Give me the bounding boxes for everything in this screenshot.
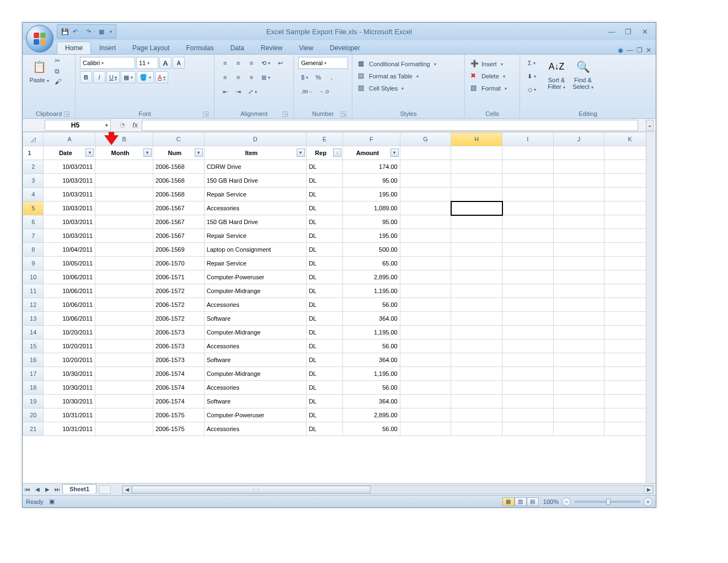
- redo-icon[interactable]: ↷: [84, 27, 93, 36]
- increase-decimal-button[interactable]: .00→: [298, 86, 316, 98]
- zoom-slider[interactable]: [574, 501, 640, 503]
- cell-C15[interactable]: 2006-1573: [153, 339, 204, 353]
- orientation-button[interactable]: ⟲: [259, 57, 273, 69]
- copy-icon[interactable]: ⧉: [55, 67, 63, 76]
- cell-D2[interactable]: CDRW Drive: [204, 160, 306, 174]
- cell-I15[interactable]: [502, 339, 554, 353]
- cell-E16[interactable]: DL: [306, 353, 342, 367]
- cell[interactable]: [400, 146, 451, 160]
- tab-nav-next[interactable]: ▶: [42, 486, 52, 492]
- col-header-G[interactable]: G: [400, 132, 451, 146]
- scroll-left-icon[interactable]: ◀: [122, 486, 131, 493]
- cell-H14[interactable]: [451, 326, 502, 339]
- cell-E3[interactable]: DL: [306, 174, 342, 188]
- cell-C14[interactable]: 2006-1573: [153, 326, 204, 339]
- row-header-6[interactable]: 6: [23, 215, 44, 229]
- align-top-button[interactable]: ≡: [219, 57, 231, 69]
- cell-F6[interactable]: 95.00: [343, 215, 400, 229]
- cell-H10[interactable]: [451, 270, 502, 284]
- cell-H9[interactable]: [451, 257, 502, 270]
- cell-C7[interactable]: 2006-1567: [153, 229, 204, 243]
- row-header-4[interactable]: 4: [23, 188, 44, 201]
- find-select-button[interactable]: 🔍 Find & Select: [571, 57, 595, 95]
- cell-G20[interactable]: [400, 408, 451, 422]
- cell[interactable]: [451, 146, 502, 160]
- cell-E10[interactable]: DL: [306, 270, 342, 284]
- filter-button-month[interactable]: ▾: [143, 148, 152, 157]
- cell-J3[interactable]: [553, 174, 604, 188]
- cell-J8[interactable]: [553, 243, 604, 257]
- cell[interactable]: [553, 146, 604, 160]
- dialog-launcher-icon[interactable]: ↘: [203, 111, 208, 117]
- cell-J4[interactable]: [553, 188, 604, 201]
- row-header-17[interactable]: 17: [23, 367, 44, 381]
- filter-button-date[interactable]: ▾: [85, 148, 94, 157]
- cell-F8[interactable]: 500.00: [343, 243, 400, 257]
- cell-D3[interactable]: 150 GB Hard Drive: [204, 174, 306, 188]
- cell-D11[interactable]: Computer-Midrange: [204, 284, 306, 298]
- tab-nav-last[interactable]: ⏭: [52, 486, 62, 492]
- cell-J14[interactable]: [553, 326, 604, 339]
- cell-E21[interactable]: DL: [306, 422, 342, 436]
- orientation-alt-button[interactable]: ⤢: [245, 86, 260, 98]
- cell-F11[interactable]: 1,195.00: [343, 284, 400, 298]
- cell-G14[interactable]: [400, 326, 451, 339]
- cell-I8[interactable]: [502, 243, 554, 257]
- minimize-button[interactable]: —: [606, 27, 617, 36]
- cell-B10[interactable]: [95, 270, 153, 284]
- cell-A4[interactable]: 10/03/2011: [44, 188, 95, 201]
- cell-J12[interactable]: [553, 298, 604, 312]
- horizontal-scrollbar[interactable]: ◀ ⋮⋮ ▶: [122, 485, 654, 494]
- cell-I10[interactable]: [502, 270, 554, 284]
- formula-input[interactable]: [142, 120, 638, 131]
- tab-page-layout[interactable]: Page Layout: [124, 41, 178, 54]
- cell-C6[interactable]: 2006-1567: [153, 215, 204, 229]
- format-painter-icon[interactable]: 🖌: [55, 78, 63, 87]
- decrease-decimal-button[interactable]: ←.0: [317, 86, 332, 98]
- undo-icon[interactable]: ↶: [71, 27, 79, 36]
- cell-A13[interactable]: 10/06/2011: [44, 312, 95, 326]
- tab-developer[interactable]: Developer: [322, 41, 368, 54]
- scroll-right-icon[interactable]: ▶: [644, 486, 653, 493]
- cell-C8[interactable]: 2006-1569: [153, 243, 204, 257]
- zoom-out-button[interactable]: −: [562, 497, 571, 506]
- cell-E13[interactable]: DL: [306, 312, 342, 326]
- cell-J18[interactable]: [553, 381, 604, 395]
- cell-I11[interactable]: [502, 284, 554, 298]
- macro-record-icon[interactable]: ▣: [49, 498, 55, 505]
- insert-cells-button[interactable]: ➕Insert: [469, 59, 508, 69]
- cell-I7[interactable]: [502, 229, 554, 243]
- cell-G17[interactable]: [400, 367, 451, 381]
- cell-C18[interactable]: 2006-1574: [153, 381, 204, 395]
- col-header-E[interactable]: E: [306, 132, 342, 146]
- cell-A3[interactable]: 10/03/2011: [44, 174, 95, 188]
- cell-C11[interactable]: 2006-1572: [153, 284, 204, 298]
- cell-B12[interactable]: [95, 298, 153, 312]
- dialog-launcher-icon[interactable]: ↘: [64, 111, 69, 117]
- cell-I3[interactable]: [502, 174, 554, 188]
- cell-F2[interactable]: 174.00: [343, 160, 400, 174]
- percent-button[interactable]: %: [312, 71, 324, 83]
- cell-B3[interactable]: [95, 174, 153, 188]
- expand-formula-bar-button[interactable]: ⌄: [646, 120, 654, 131]
- sort-filter-button[interactable]: A↓Z Sort & Filter: [544, 57, 569, 95]
- cell-A12[interactable]: 10/06/2011: [44, 298, 95, 312]
- align-left-button[interactable]: ≡: [219, 71, 231, 83]
- row-header-14[interactable]: 14: [23, 326, 44, 339]
- align-center-button[interactable]: ≡: [232, 71, 244, 83]
- cell-H12[interactable]: [451, 298, 502, 312]
- cell-A6[interactable]: 10/03/2011: [44, 215, 95, 229]
- cell-B4[interactable]: [95, 188, 153, 201]
- cell-F17[interactable]: 1,195.00: [343, 367, 400, 381]
- normal-view-button[interactable]: ▦: [502, 497, 515, 506]
- mdi-minimize-icon[interactable]: —: [627, 46, 633, 54]
- format-as-table-button[interactable]: ▤Format as Table: [357, 71, 437, 81]
- cell-I16[interactable]: [502, 353, 554, 367]
- sheet-tab[interactable]: Sheet1: [62, 484, 97, 493]
- cell-H8[interactable]: [451, 243, 502, 257]
- cell-F20[interactable]: 2,895.00: [343, 408, 400, 422]
- cell-I20[interactable]: [502, 408, 554, 422]
- cell-I13[interactable]: [502, 312, 554, 326]
- tab-view[interactable]: View: [291, 41, 322, 54]
- cell-E15[interactable]: DL: [306, 339, 342, 353]
